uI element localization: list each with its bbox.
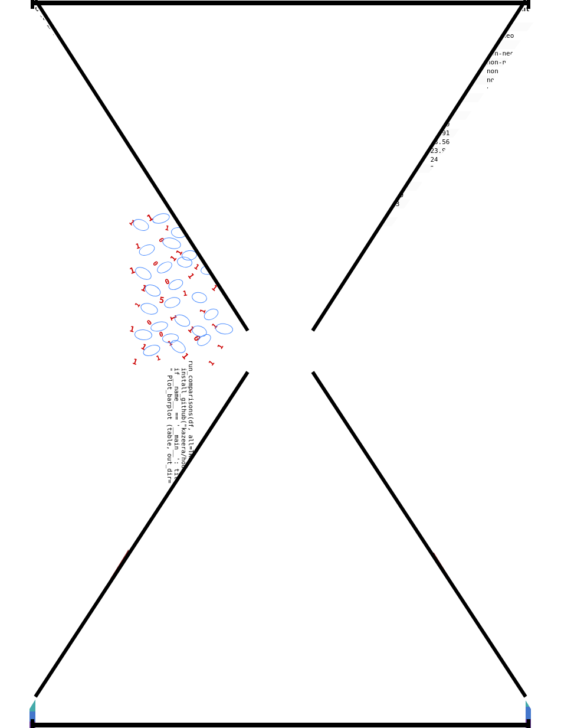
bar-segment [251, 687, 269, 701]
bar-segment [311, 720, 330, 728]
table-cell-r12-c6: 58 [360, 120, 382, 129]
bar-segment [70, 709, 88, 720]
bar-segment [352, 639, 370, 665]
table-cell-r18-c2: 1_55608 [170, 173, 227, 182]
bar-segment [412, 624, 430, 651]
bar-segment [412, 701, 430, 713]
bar-segment [70, 657, 88, 677]
scatter-oval [241, 249, 260, 263]
table-cell-r15-c6: 70 [360, 146, 382, 155]
table-header-stain: Stain [263, 5, 294, 14]
table-cell-r12-c3: Yes [227, 120, 263, 129]
table-cell-r23-c8 [428, 217, 484, 226]
table-cell-r16-c5: 17.74 [294, 155, 360, 164]
table-cell-r12-c5: 17.78 [294, 120, 360, 129]
table-cell-r10-c3: No [227, 102, 263, 111]
bar-segment [392, 592, 410, 625]
bar-segment [211, 634, 229, 658]
table-cell-r21-c5: 12.55 [294, 200, 360, 208]
scatter-oval [181, 249, 198, 261]
scatter-oval [167, 277, 185, 292]
bar-segment [50, 705, 68, 715]
table-cell-r9-c7: 19.26 [382, 93, 428, 102]
table-cell-r17-c0 [32, 164, 94, 173]
bar-segment [332, 641, 350, 664]
table-cell-r21-c9 [484, 200, 546, 208]
table-cell-r19-c1: Perc [94, 182, 170, 191]
table-row: NoCD40.005 [32, 217, 546, 226]
bar-segment [493, 705, 511, 715]
bar-segment [130, 705, 149, 715]
scatter-number: 1 [186, 272, 196, 280]
bar-segment [473, 711, 491, 722]
table-cell-r13-c4: CD206 [263, 129, 294, 138]
table-cell-r21-c1 [94, 200, 170, 208]
table-cell-r11-c2: 1_47625 [170, 111, 227, 120]
bar-stack-19 [412, 474, 430, 728]
legend-item-2 [260, 358, 270, 364]
bar-segment [150, 691, 169, 707]
scatter-number: 1 [198, 308, 208, 315]
table-cell-r9-c5: 17.52 [294, 93, 360, 102]
scatter-oval [142, 342, 162, 358]
scatter-oval [191, 324, 209, 339]
table-cell-r10-c9: non-neo [484, 102, 546, 111]
bar-segment [432, 695, 451, 709]
bar-segment [372, 658, 390, 677]
table-cell-r3-c0: Brain [32, 40, 94, 49]
table-cell-r21-c0 [32, 200, 94, 208]
table-cell-r0-c3: Yes [227, 14, 263, 22]
table-cell-r4-c4: CD11B [263, 49, 294, 58]
table-cell-r15-c5: 0.04 [294, 146, 360, 155]
table-cell-r13-c7: 14.73 [382, 129, 428, 138]
table-row: BrainArea1_47625NoCD20617.955819.8525.29… [32, 111, 546, 120]
table-cell-r13-c3: No [227, 129, 263, 138]
scatter-number: 1 [168, 314, 179, 321]
bar-segment [311, 633, 330, 657]
table-cell-r14-c1: Pos.Pix.Perc [94, 138, 170, 146]
table-cell-r14-c6: 74 [360, 138, 382, 146]
scatter-oval [139, 301, 159, 316]
table-cell-r11-c0: Brain [32, 111, 94, 120]
table-cell-r4-c7: 17.65 [382, 49, 428, 58]
table-cell-r7-c8: 23.84 [428, 76, 484, 84]
bar-segment [493, 723, 511, 728]
legend-item-0 [260, 342, 270, 348]
table-cell-r12-c9: n [484, 120, 546, 129]
bar-segment [110, 667, 129, 687]
table-cell-r23-c5: 0.005 [294, 217, 360, 226]
table-header-neoadjuvant: Neoadjuvant [484, 5, 546, 14]
legend-swatch [260, 389, 270, 394]
table-cell-r0-c5: 17.58 [294, 14, 360, 22]
bar-segment [29, 684, 48, 699]
table-cell-r22-c2 [170, 208, 227, 217]
bar-segment [150, 719, 169, 728]
bar-segment [271, 533, 290, 586]
bar-segment [231, 701, 249, 717]
table-cell-r6-c9: non-neo [484, 67, 546, 76]
scatter-number: 1 [211, 256, 218, 265]
table-cell-r3-c5: 0.43 [294, 40, 360, 49]
scatter-number: 0 [234, 248, 244, 257]
scatter-oval [200, 263, 219, 276]
bar-segment [332, 568, 350, 612]
table-header-row: Cancer.TypeParameterPatient_IDSmokerStai… [32, 5, 546, 14]
table-cell-r17-c8: 24.5 [428, 164, 484, 173]
scatter-number: 1 [140, 342, 148, 352]
bar-segment [372, 715, 390, 723]
table-cell-r19-c2: 1_55816 [170, 182, 227, 191]
table-cell-r21-c2 [170, 200, 227, 208]
table-cell-r7-c7: 20.68 [382, 76, 428, 84]
table-cell-r1-c1: H.Score [94, 22, 170, 31]
bar-stack-22 [473, 474, 491, 728]
table-cell-r2-c6: 63 [360, 31, 382, 40]
table-cell-r3-c2: 1_36549 [170, 40, 227, 49]
bar-segment [332, 699, 350, 711]
bar-segment [29, 722, 48, 728]
bar-segment [271, 586, 290, 620]
table-cell-r22-c8 [428, 208, 484, 217]
bar-segment [29, 711, 48, 722]
scatter-number: 1 [140, 283, 148, 293]
table-cell-r8-c2: 1_44422 [170, 84, 227, 93]
bar-segment [231, 717, 249, 728]
